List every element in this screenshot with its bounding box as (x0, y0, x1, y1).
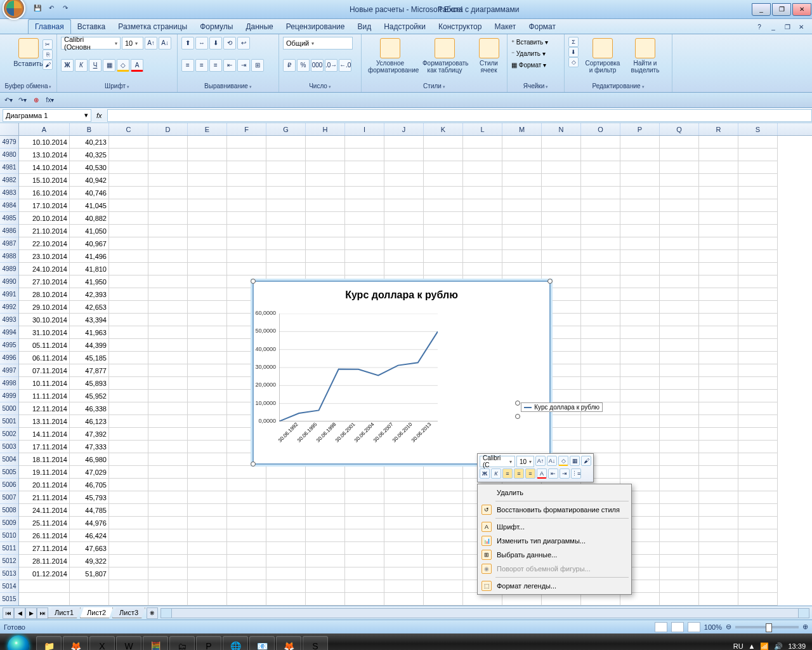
cell[interactable]: 40,213 (70, 136, 109, 149)
cell[interactable] (660, 491, 699, 504)
embedded-chart[interactable]: Курс доллара к рублю 0,000010,000020,000… (252, 281, 551, 465)
cell[interactable] (424, 187, 463, 199)
cell[interactable] (699, 453, 738, 466)
cell[interactable] (660, 580, 699, 593)
cell[interactable] (660, 390, 699, 402)
cell[interactable] (660, 352, 699, 364)
cell[interactable]: 41,963 (70, 326, 109, 339)
bold-button[interactable]: Ж (61, 59, 74, 72)
indent-dec-icon[interactable]: ⇤ (223, 59, 236, 72)
view-normal-icon[interactable] (655, 622, 667, 632)
cell[interactable] (266, 555, 306, 567)
cell[interactable] (660, 199, 699, 212)
row-header[interactable]: 5003 (0, 441, 18, 453)
cell[interactable] (188, 529, 227, 542)
cell[interactable] (109, 491, 148, 504)
mini-grow-font-icon[interactable]: A↑ (535, 456, 546, 466)
qat-save-icon[interactable]: 💾 (32, 3, 43, 14)
cell[interactable]: 46,123 (70, 415, 109, 428)
row-header[interactable]: 5009 (0, 517, 18, 529)
ribbon-tab-5[interactable]: Рецензирование (280, 20, 351, 34)
cell[interactable] (227, 580, 266, 593)
cell[interactable]: 16.10.2014 (19, 187, 70, 199)
cell[interactable] (424, 174, 463, 187)
cell[interactable] (660, 542, 699, 555)
cell[interactable]: 41,810 (70, 263, 109, 275)
cell[interactable] (345, 491, 384, 504)
cell[interactable] (620, 250, 660, 263)
cell[interactable] (699, 415, 738, 428)
mini-shrink-font-icon[interactable]: A↓ (547, 456, 557, 466)
row-header[interactable]: 5001 (0, 415, 18, 428)
taskbar-app-icon[interactable]: W (116, 636, 141, 650)
mini-indent-dec-icon[interactable]: ⇤ (548, 468, 558, 479)
cell[interactable] (620, 301, 660, 314)
italic-button[interactable]: К (75, 59, 88, 72)
cell[interactable] (109, 161, 148, 174)
tray-lang[interactable]: RU (733, 642, 743, 650)
qat-redo2-icon[interactable]: ↷▾ (16, 95, 28, 106)
cell[interactable] (109, 479, 148, 491)
ribbon-tab-0[interactable]: Главная (28, 19, 71, 34)
cell[interactable] (306, 555, 345, 567)
cell[interactable] (109, 390, 148, 402)
cell[interactable] (581, 364, 620, 377)
cell[interactable] (581, 339, 620, 352)
cell[interactable]: 28.11.2014 (19, 555, 70, 567)
col-header-B[interactable]: B (70, 123, 109, 135)
cell[interactable] (345, 479, 384, 491)
ribbon-tab-2[interactable]: Разметка страницы (112, 20, 193, 34)
insert-cells-button[interactable]: ⁺ Вставить ▾ (511, 37, 560, 48)
cell[interactable] (424, 504, 463, 517)
row-header[interactable]: 4992 (0, 301, 18, 314)
chart-handle-sw[interactable] (251, 461, 256, 467)
menu-item[interactable]: Удалить (479, 486, 630, 500)
cell[interactable] (738, 250, 778, 263)
col-header-M[interactable]: M (502, 123, 542, 135)
cell[interactable] (306, 237, 345, 250)
cell[interactable] (306, 504, 345, 517)
cell[interactable] (266, 567, 306, 580)
cell[interactable] (424, 580, 463, 593)
cell[interactable] (384, 466, 424, 479)
cell[interactable] (620, 466, 660, 479)
cell[interactable] (148, 187, 188, 199)
chart-x-axis[interactable]: 30.06.199230.06.199530.06.199830.06.2001… (279, 439, 444, 444)
cell[interactable] (581, 593, 620, 606)
cell[interactable] (463, 174, 502, 187)
row-header[interactable]: 5011 (0, 542, 18, 555)
merge-icon[interactable]: ⊞ (251, 59, 264, 72)
cell[interactable] (384, 161, 424, 174)
cell[interactable] (581, 174, 620, 187)
cell[interactable] (581, 136, 620, 149)
cell[interactable] (384, 555, 424, 567)
cell[interactable]: 47,029 (70, 466, 109, 479)
cell[interactable] (581, 288, 620, 301)
border-icon[interactable]: ▦ (103, 59, 115, 72)
cell[interactable] (660, 225, 699, 237)
cell[interactable] (542, 161, 581, 174)
cell[interactable] (542, 593, 581, 606)
cell[interactable] (502, 174, 542, 187)
cell[interactable]: 45,893 (70, 377, 109, 390)
cell[interactable] (345, 136, 384, 149)
cell[interactable] (502, 187, 542, 199)
cell[interactable] (345, 567, 384, 580)
cell[interactable] (109, 542, 148, 555)
cell[interactable] (345, 174, 384, 187)
comma-icon[interactable]: 000 (311, 59, 324, 72)
cell[interactable] (699, 529, 738, 542)
cell[interactable] (660, 275, 699, 288)
cell[interactable] (660, 402, 699, 415)
cell[interactable] (109, 555, 148, 567)
row-header[interactable]: 4984 (0, 199, 18, 212)
cell[interactable] (660, 149, 699, 161)
align-left-icon[interactable]: ≡ (181, 59, 194, 72)
cell[interactable]: 25.11.2014 (19, 517, 70, 529)
cell[interactable] (699, 301, 738, 314)
mini-align-left-icon[interactable]: ≡ (502, 468, 513, 479)
cell[interactable] (109, 237, 148, 250)
cell[interactable] (306, 593, 345, 606)
cell[interactable] (188, 555, 227, 567)
row-header[interactable]: 5004 (0, 453, 18, 466)
